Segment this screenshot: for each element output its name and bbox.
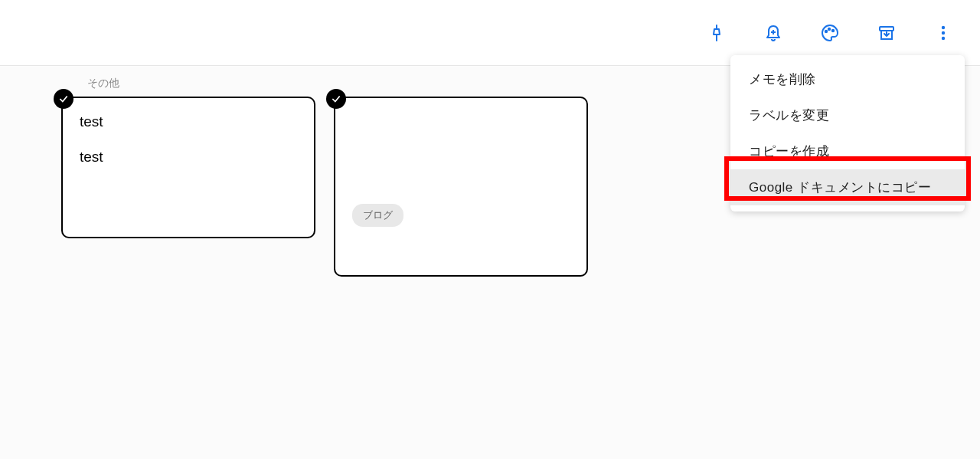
menu-item-copy-to-docs[interactable]: Google ドキュメントにコピー: [730, 169, 965, 205]
svg-rect-5: [880, 27, 893, 31]
note-card[interactable]: test test: [61, 97, 315, 238]
note-label-pill[interactable]: ブログ: [352, 204, 403, 227]
more-icon[interactable]: [934, 24, 952, 42]
note-body: test: [80, 149, 297, 166]
menu-item-change-label[interactable]: ラベルを変更: [730, 97, 965, 133]
svg-point-7: [942, 31, 945, 34]
menu-item-make-copy[interactable]: コピーを作成: [730, 133, 965, 169]
svg-point-4: [832, 29, 834, 31]
archive-icon[interactable]: [877, 24, 896, 42]
note-card[interactable]: ブログ: [334, 97, 588, 277]
svg-point-6: [942, 25, 945, 28]
more-dropdown-menu: メモを削除 ラベルを変更 コピーを作成 Google ドキュメントにコピー: [730, 55, 965, 211]
svg-point-3: [828, 28, 830, 29]
check-icon[interactable]: [54, 89, 74, 109]
menu-item-delete[interactable]: メモを削除: [730, 61, 965, 97]
check-icon[interactable]: [326, 89, 346, 109]
svg-point-2: [825, 30, 827, 31]
svg-point-8: [942, 36, 945, 39]
note-title: test: [80, 113, 297, 130]
reminder-icon[interactable]: [764, 24, 782, 42]
pin-icon[interactable]: [707, 24, 726, 42]
palette-icon[interactable]: [821, 24, 839, 42]
